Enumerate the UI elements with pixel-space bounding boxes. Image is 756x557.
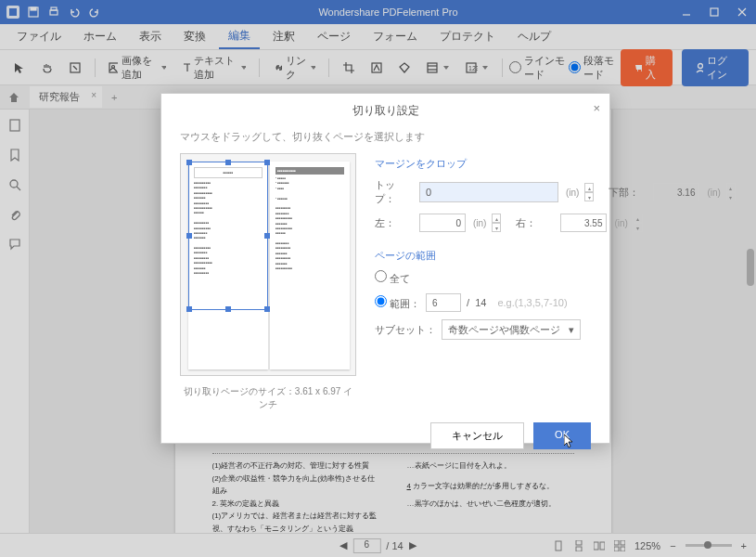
left-label: 左：	[375, 216, 414, 230]
bottom-spinner[interactable]: ▴▾	[726, 183, 736, 201]
range-hint: e.g.(1,3,5,7-10)	[497, 297, 567, 308]
range-radio[interactable]: 範囲：	[375, 295, 420, 311]
crop-form: マージンをクロップ トップ： 0(in) ▴▾ 下部： 3.16(in) ▴▾ …	[375, 153, 736, 411]
range-header: ページの範囲	[375, 249, 736, 263]
right-label: 右：	[516, 216, 555, 230]
right-spinner[interactable]: ▴▾	[634, 214, 643, 232]
subset-label: サブセット：	[375, 323, 436, 337]
dialog-close-icon[interactable]: ×	[593, 101, 600, 115]
preview-box[interactable]: ■■■■■■ ■■■■■■■■■■■■■■■■■■■■■■■■■■■■■■■■■…	[180, 153, 356, 376]
cancel-button[interactable]: キャンセル	[430, 422, 524, 449]
margin-header: マージンをクロップ	[375, 157, 736, 171]
range-from-input[interactable]: 6	[426, 293, 461, 312]
range-to: 14	[475, 297, 486, 308]
preview-page-right: ■■■■■■■■■■■ • ■■■■■• ■■■■■■■• ■■■■• ■■■■…	[270, 162, 350, 369]
top-spinner[interactable]: ▴▾	[584, 183, 594, 201]
dialog-subtitle: マウスをドラッグして、切り抜くページを選択します	[161, 124, 609, 153]
all-pages-radio[interactable]: 全て	[375, 270, 410, 286]
left-spinner[interactable]: ▴▾	[492, 214, 501, 232]
right-input[interactable]: 3.55	[560, 214, 607, 232]
bottom-input[interactable]: 3.16	[653, 183, 699, 201]
left-input[interactable]: 0	[419, 214, 466, 232]
top-input[interactable]: 0	[419, 182, 558, 202]
subset-select[interactable]: 奇数ページや偶数ページ▾	[442, 319, 581, 340]
crop-selection[interactable]	[188, 162, 268, 310]
bottom-label: 下部：	[609, 186, 647, 200]
dialog-title: 切り取り設定 ×	[161, 94, 609, 124]
top-label: トップ：	[375, 178, 414, 206]
crop-settings-dialog: 切り取り設定 × マウスをドラッグして、切り抜くページを選択します ■■■■■■…	[160, 93, 610, 444]
crop-preview: ■■■■■■ ■■■■■■■■■■■■■■■■■■■■■■■■■■■■■■■■■…	[180, 153, 356, 411]
ok-button[interactable]: OK	[533, 422, 591, 449]
preview-size-label: 切り取りページのサイズ：3.61 x 6.97 インチ	[180, 385, 356, 411]
